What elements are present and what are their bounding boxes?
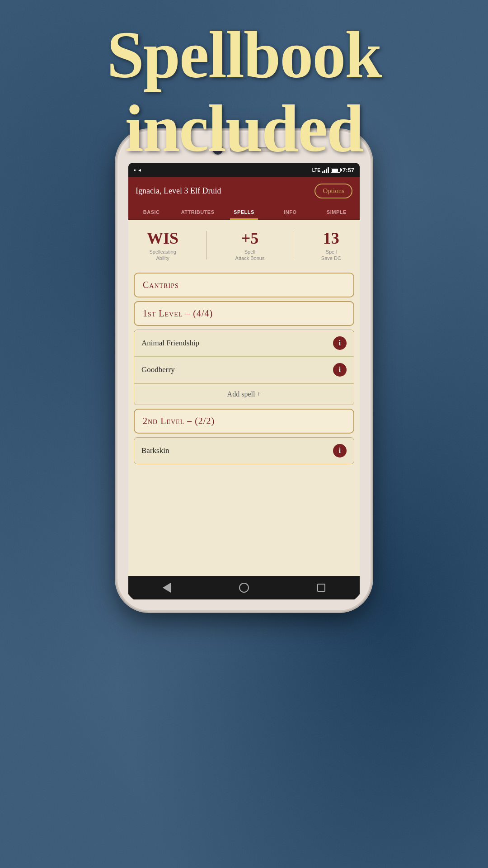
nav-tabs: BASIC ATTRIBUTES SPELLS INFO SIMPLE xyxy=(128,205,360,220)
notification-icon-2: ◂ xyxy=(138,167,141,174)
stat-spellcasting-ability: WIS SpellcastingAbility xyxy=(147,229,178,262)
home-button[interactable] xyxy=(236,580,252,596)
signal-bar-3 xyxy=(326,169,327,173)
cantrips-title: Cantrips xyxy=(143,280,345,290)
bottom-nav xyxy=(128,576,360,599)
spell-goodberry[interactable]: Goodberry i xyxy=(134,357,354,383)
back-button[interactable] xyxy=(159,580,175,596)
back-icon xyxy=(163,583,171,593)
stat-value-dc: 13 xyxy=(321,229,341,248)
battery-fill xyxy=(332,169,338,172)
signal-bar-1 xyxy=(322,171,324,173)
stat-label-wis: SpellcastingAbility xyxy=(147,249,178,262)
add-spell-button-1st[interactable]: Add spell + xyxy=(134,383,354,405)
time-display: 7:57 xyxy=(343,167,354,174)
signal-bars xyxy=(322,167,329,173)
spell-animal-friendship[interactable]: Animal Friendship i xyxy=(134,330,354,357)
second-level-title: 2nd Level – (2/2) xyxy=(143,416,345,426)
first-level-spell-list: Animal Friendship i Goodberry i Add spel… xyxy=(134,330,354,405)
stat-attack-bonus: +5 SpellAttack Bonus xyxy=(235,229,265,262)
content-bottom-spacer xyxy=(128,468,360,486)
second-level-header[interactable]: 2nd Level – (2/2) xyxy=(134,409,354,434)
phone-screen: ▪ ◂ LTE 7:57 xyxy=(128,163,360,599)
spell-stats: WIS SpellcastingAbility +5 SpellAttack B… xyxy=(128,220,360,269)
app-header: Ignacia, Level 3 Elf Druid Options xyxy=(128,177,360,205)
animal-friendship-info-button[interactable]: i xyxy=(333,336,347,350)
stat-value-attack: +5 xyxy=(235,229,265,248)
stat-label-dc: SpellSave DC xyxy=(321,249,341,262)
tab-attributes[interactable]: ATTRIBUTES xyxy=(174,205,221,219)
phone-outer-shell: ▪ ◂ LTE 7:57 xyxy=(117,131,371,610)
stat-value-wis: WIS xyxy=(147,229,178,248)
hero-section: Spellbook included xyxy=(0,18,488,165)
hero-title-line2: included xyxy=(0,92,488,165)
recent-apps-button[interactable] xyxy=(313,580,329,596)
spell-name-goodberry: Goodberry xyxy=(141,365,175,374)
signal-bar-2 xyxy=(324,170,325,173)
content-area[interactable]: WIS SpellcastingAbility +5 SpellAttack B… xyxy=(128,220,360,576)
stat-label-attack: SpellAttack Bonus xyxy=(235,249,265,262)
phone-inner-shell: ▪ ◂ LTE 7:57 xyxy=(123,137,365,605)
recent-icon xyxy=(317,584,325,592)
cantrips-header[interactable]: Cantrips xyxy=(134,273,354,297)
first-level-title: 1st Level – (4/4) xyxy=(143,308,345,319)
spell-name-barkskin: Barkskin xyxy=(141,446,169,455)
stat-divider-2 xyxy=(293,231,293,259)
stat-save-dc: 13 SpellSave DC xyxy=(321,229,341,262)
character-name: Ignacia, Level 3 Elf Druid xyxy=(136,186,221,196)
second-level-spell-list: Barkskin i xyxy=(134,437,354,464)
home-icon xyxy=(239,583,249,593)
tab-basic[interactable]: BASIC xyxy=(128,205,174,219)
spell-barkskin[interactable]: Barkskin i xyxy=(134,438,354,464)
first-level-header[interactable]: 1st Level – (4/4) xyxy=(134,301,354,326)
battery-icon xyxy=(331,168,341,173)
tab-simple[interactable]: SIMPLE xyxy=(314,205,360,219)
hero-title-line1: Spellbook xyxy=(0,18,488,92)
signal-bar-4 xyxy=(328,167,329,173)
phone-device: ▪ ◂ LTE 7:57 xyxy=(117,131,371,610)
spell-name-animal-friendship: Animal Friendship xyxy=(141,339,199,348)
goodberry-info-button[interactable]: i xyxy=(333,363,347,377)
status-right: LTE 7:57 xyxy=(312,167,354,174)
tab-info[interactable]: INFO xyxy=(267,205,313,219)
options-button[interactable]: Options xyxy=(314,184,352,198)
signal-label: LTE xyxy=(312,168,320,173)
stat-divider-1 xyxy=(206,231,207,259)
notification-icon: ▪ xyxy=(134,167,136,174)
barkskin-info-button[interactable]: i xyxy=(333,444,347,458)
tab-spells[interactable]: SPELLS xyxy=(221,205,267,219)
status-left: ▪ ◂ xyxy=(134,167,141,174)
